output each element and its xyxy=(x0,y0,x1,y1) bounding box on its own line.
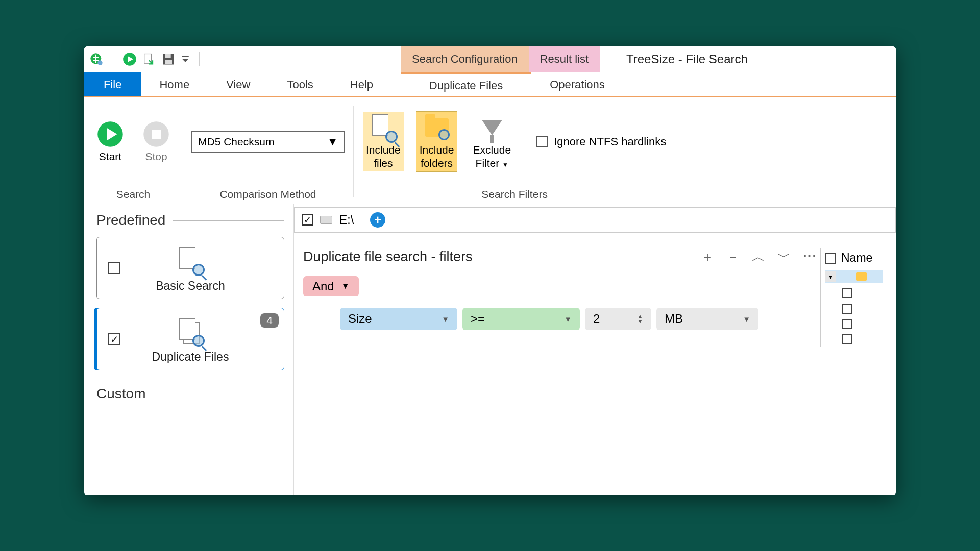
chevron-down-icon[interactable]: ▾ xyxy=(825,271,836,282)
tab-view[interactable]: View xyxy=(208,72,268,97)
quick-access-toolbar xyxy=(84,46,204,72)
svg-rect-6 xyxy=(165,60,172,64)
app-title: TreeSize - File Search xyxy=(626,46,748,72)
svg-point-1 xyxy=(97,60,102,65)
ribbon-group-comparison: MD5 Checksum ▼ Comparison Method xyxy=(182,100,354,204)
tree-row[interactable] xyxy=(825,304,883,314)
context-tab-result-list[interactable]: Result list xyxy=(529,46,600,72)
content-area: Predefined Basic Search 4 Duplicate File… xyxy=(84,204,896,495)
filter-remove-button[interactable]: － xyxy=(726,248,740,266)
filter-logic-dropdown[interactable]: And ▼ xyxy=(303,276,359,296)
tab-operations[interactable]: Operations xyxy=(531,72,623,97)
context-tab-search-config[interactable]: Search Configuration xyxy=(401,46,529,72)
qat-start-button[interactable] xyxy=(122,52,137,66)
tab-file[interactable]: File xyxy=(84,72,141,97)
qat-customize-button[interactable] xyxy=(181,52,190,66)
add-path-button[interactable]: + xyxy=(370,212,385,228)
column-header-name[interactable]: Name xyxy=(841,251,872,265)
ribbon-group-search: Start Stop Search xyxy=(84,100,182,204)
filter-more-button[interactable]: ⋯ xyxy=(803,248,816,266)
tree-row[interactable] xyxy=(825,319,883,329)
tree-row[interactable] xyxy=(825,288,883,298)
predefined-header: Predefined xyxy=(96,212,284,229)
search-path-bar: E:\ + xyxy=(294,207,896,233)
app-window: Search Configuration Result list TreeSiz… xyxy=(84,46,896,495)
svg-rect-5 xyxy=(165,54,171,58)
filter-add-button[interactable]: ＋ xyxy=(701,248,714,266)
ribbon: Start Stop Search MD5 Checksum ▼ Compari… xyxy=(84,97,896,204)
checkbox-icon[interactable] xyxy=(108,262,120,274)
card-basic-search[interactable]: Basic Search xyxy=(96,237,284,299)
path-text[interactable]: E:\ xyxy=(339,213,354,227)
titlebar: Search Configuration Result list TreeSiz… xyxy=(84,46,896,72)
checkbox-icon[interactable] xyxy=(841,271,851,282)
folder-icon xyxy=(856,272,867,281)
stop-button[interactable]: Stop xyxy=(139,118,173,165)
chevron-down-icon: ▼ xyxy=(341,282,350,291)
include-folders-button[interactable]: Include folders xyxy=(416,111,458,171)
custom-header: Custom xyxy=(96,386,284,402)
tree-row[interactable]: ▾ xyxy=(825,270,883,283)
filter-field-dropdown[interactable]: Size▼ xyxy=(340,308,457,330)
start-button[interactable]: Start xyxy=(93,118,127,165)
ribbon-tabs: File Home View Tools Help Duplicate File… xyxy=(84,72,896,97)
search-document-icon xyxy=(103,244,278,277)
results-column-panel: Name ▾ xyxy=(820,248,887,347)
filter-down-button[interactable]: ﹀ xyxy=(777,248,791,266)
filter-panel: Duplicate file search - filters ＋ － ︿ ﹀ … xyxy=(303,248,816,347)
context-tab-group: Search Configuration Result list xyxy=(401,46,600,72)
chevron-down-icon: ▼ xyxy=(327,136,338,148)
filter-operator-dropdown[interactable]: >=▼ xyxy=(462,308,580,330)
tab-tools[interactable]: Tools xyxy=(268,72,331,97)
filter-value-input[interactable]: 2 ▲▼ xyxy=(585,308,651,330)
checkbox-icon xyxy=(536,136,548,147)
qat-open-button[interactable] xyxy=(142,52,156,66)
checkbox-icon[interactable] xyxy=(825,253,836,264)
spin-down[interactable]: ▼ xyxy=(637,319,643,324)
tab-duplicate-files[interactable]: Duplicate Files xyxy=(401,72,531,97)
tree-row[interactable] xyxy=(825,334,883,344)
exclude-filter-button[interactable]: Exclude Filter ▼ xyxy=(470,112,514,171)
tab-home[interactable]: Home xyxy=(141,72,208,97)
left-panel: Predefined Basic Search 4 Duplicate File… xyxy=(84,204,293,495)
duplicate-document-icon xyxy=(103,315,278,348)
comparison-method-dropdown[interactable]: MD5 Checksum ▼ xyxy=(191,131,345,153)
checkbox-icon[interactable] xyxy=(108,333,120,345)
svg-rect-7 xyxy=(182,56,189,57)
drive-icon xyxy=(320,216,332,224)
filter-row: Size▼ >=▼ 2 ▲▼ MB▼ xyxy=(340,308,816,330)
chevron-down-icon: ▼ xyxy=(502,161,508,168)
result-count-badge: 4 xyxy=(260,313,279,328)
svg-rect-10 xyxy=(152,130,161,139)
card-duplicate-files[interactable]: 4 Duplicate Files xyxy=(96,308,284,370)
ribbon-group-filters: Include files Include folders Exclude Fi… xyxy=(354,100,675,204)
comparison-method-value: MD5 Checksum xyxy=(198,136,274,148)
app-icon xyxy=(89,52,104,66)
filter-up-button[interactable]: ︿ xyxy=(752,248,765,266)
path-checkbox[interactable] xyxy=(302,214,313,226)
tab-help[interactable]: Help xyxy=(332,72,391,97)
main-panel: E:\ + Duplicate file search - filters ＋ … xyxy=(293,204,896,495)
qat-save-button[interactable] xyxy=(161,52,176,66)
include-files-button[interactable]: Include files xyxy=(363,112,404,171)
filter-unit-dropdown[interactable]: MB▼ xyxy=(656,308,758,330)
filter-title: Duplicate file search - filters xyxy=(303,249,473,265)
ignore-hardlinks-checkbox[interactable]: Ignore NTFS hardlinks xyxy=(536,135,666,148)
